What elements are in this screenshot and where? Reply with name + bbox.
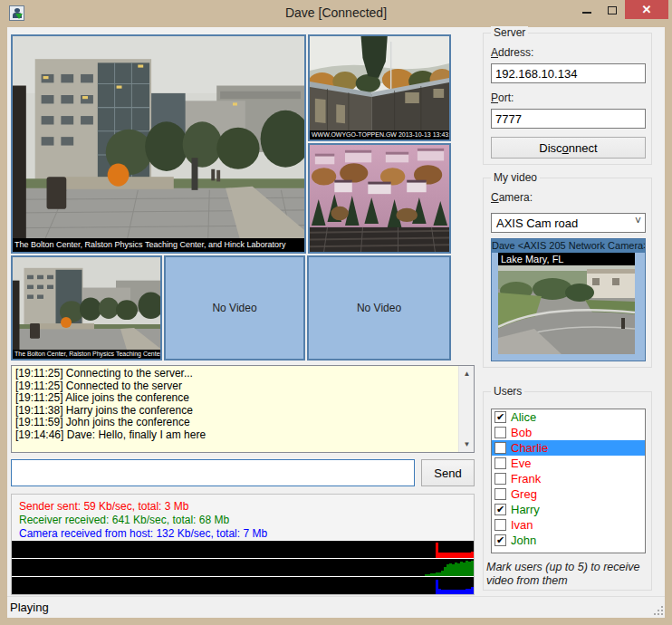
window-title: Dave [Connected]: [0, 5, 672, 20]
tower-video-caption: WWW.OWYGO-TOPPEN.GW 2013-10-13 13:43:16: [310, 130, 449, 139]
disconnect-button[interactable]: Disconnect: [491, 137, 646, 159]
scroll-up-icon[interactable]: ▲: [459, 366, 475, 381]
user-name: Eve: [511, 457, 531, 470]
user-row[interactable]: ✔ Alice: [492, 409, 645, 425]
message-input[interactable]: [11, 459, 415, 486]
user-name: Charlie: [511, 441, 548, 455]
users-list[interactable]: ✔ Alice Bob Charlie: [491, 409, 646, 553]
maximize-button[interactable]: [600, 0, 625, 19]
client-area: The Bolton Center, Ralston Physics Teach…: [7, 27, 665, 596]
user-name: Harry: [511, 503, 540, 516]
user-row[interactable]: ✔ John: [492, 533, 645, 548]
video-grid: The Bolton Center, Ralston Physics Teach…: [11, 34, 451, 361]
app-window: Dave [Connected] ✕: [0, 0, 672, 625]
throughput-graphs: [12, 540, 474, 594]
video-pane-town[interactable]: [308, 143, 451, 254]
chevron-down-icon: ˅: [635, 215, 641, 227]
stat-line: Camera received from host: 132 Kb/sec, t…: [19, 527, 466, 541]
chat-message: [19:11:25] Connecting to the server...: [15, 368, 470, 380]
resize-grip[interactable]: [654, 606, 663, 615]
statistics-panel: Sender sent: 59 Kb/sec, total: 3 MbRecei…: [11, 494, 475, 595]
chat-message: [19:11:38] Harry joins the conference: [15, 405, 470, 418]
no-video-label: No Video: [357, 302, 401, 314]
user-checkbox[interactable]: [494, 488, 506, 500]
user-row[interactable]: Greg: [492, 486, 645, 502]
user-name: Frank: [511, 472, 541, 486]
sender-graph: [12, 541, 474, 558]
status-text: Playing: [10, 601, 49, 614]
users-groupbox: Users ✔ Alice Bob Charlie: [483, 391, 652, 591]
close-icon: ✕: [642, 3, 652, 16]
user-row[interactable]: Bob: [492, 425, 645, 440]
chat-message: [19:11:25] Alice joins the conference: [15, 392, 470, 405]
user-row[interactable]: Charlie: [492, 440, 645, 456]
no-video-label: No Video: [212, 302, 256, 314]
camera-select[interactable]: AXIS Cam road ˅: [491, 213, 646, 233]
users-group-label: Users: [491, 385, 524, 398]
campus-small-video-caption: The Bolton Center, Ralston Physics Teach…: [13, 350, 160, 359]
user-row[interactable]: Frank: [492, 471, 645, 486]
self-video-preview[interactable]: Dave <AXIS 205 Network Camera>: [491, 238, 646, 361]
server-group-label: Server: [491, 26, 528, 39]
video-pane-tower[interactable]: WWW.OWYGO-TOPPEN.GW 2013-10-13 13:43:16: [308, 34, 451, 141]
video-pane-campus-small[interactable]: The Bolton Center, Ralston Physics Teach…: [11, 255, 162, 361]
video-pane-campus-large[interactable]: The Bolton Center, Ralston Physics Teach…: [11, 34, 306, 254]
receiver-graph: [12, 559, 474, 576]
user-name: Alice: [511, 410, 536, 424]
user-checkbox[interactable]: [494, 442, 506, 454]
address-input[interactable]: [491, 63, 646, 83]
chat-log[interactable]: [19:11:25] Connecting to the server...[1…: [11, 365, 475, 453]
user-name: Ivan: [511, 518, 533, 532]
stats-lines: Sender sent: 59 Kb/sec, total: 3 MbRecei…: [12, 495, 474, 539]
address-label: Address:: [491, 46, 533, 59]
stat-line: Sender sent: 59 Kb/sec, total: 3 Mb: [19, 500, 466, 514]
port-label: Port:: [491, 91, 514, 104]
campus-small-video-frame: [13, 257, 160, 359]
port-input[interactable]: [491, 109, 646, 129]
titlebar[interactable]: Dave [Connected] ✕: [0, 0, 672, 27]
scroll-down-icon[interactable]: ▼: [459, 437, 475, 452]
user-name: John: [511, 534, 536, 547]
chat-message: [19:11:59] John joins the conference: [15, 417, 470, 429]
my-video-groupbox: My video Camera: AXIS Cam road ˅ Dave <A…: [483, 178, 652, 368]
user-name: Greg: [511, 487, 537, 501]
user-checkbox[interactable]: [494, 519, 506, 531]
send-button[interactable]: Send: [421, 459, 475, 486]
camera-label: Camera:: [491, 191, 533, 204]
user-checkbox[interactable]: ✔: [494, 534, 506, 546]
user-row[interactable]: Ivan: [492, 517, 645, 533]
campus-video-caption: The Bolton Center, Ralston Physics Teach…: [13, 238, 304, 252]
close-button[interactable]: ✕: [625, 0, 668, 19]
video-pane-empty-2[interactable]: No Video: [307, 255, 451, 361]
chat-message: [19:11:25] Connected to the server: [15, 380, 470, 393]
minimize-icon: [582, 12, 591, 14]
user-checkbox[interactable]: [494, 473, 506, 485]
status-bar: Playing: [7, 596, 665, 618]
user-row[interactable]: ✔ Harry: [492, 502, 645, 517]
lake-mary-video-frame: [498, 265, 635, 354]
stat-line: Receiver received: 641 Kb/sec, total: 68…: [19, 514, 466, 527]
user-checkbox[interactable]: ✔: [494, 411, 506, 423]
user-name: Bob: [511, 426, 532, 439]
user-checkbox[interactable]: ✔: [494, 504, 506, 515]
minimize-button[interactable]: [574, 0, 600, 19]
preview-video: Lake Mary, FL: [498, 253, 635, 354]
campus-video-frame: [13, 36, 304, 252]
user-checkbox[interactable]: [494, 457, 506, 469]
user-checkbox[interactable]: [494, 427, 506, 438]
preview-overlay-text: Lake Mary, FL: [498, 253, 635, 265]
preview-title: Dave <AXIS 205 Network Camera>: [492, 239, 645, 253]
video-pane-empty-1[interactable]: No Video: [164, 255, 305, 361]
chat-message: [19:14:46] Dave: Hello, finally I am her…: [15, 429, 470, 442]
town-video-frame: [310, 145, 449, 252]
camera-graph: [12, 577, 474, 594]
tower-video-frame: [310, 36, 449, 139]
maximize-icon: [608, 6, 617, 14]
user-row[interactable]: Eve: [492, 456, 645, 471]
server-groupbox: Server Address: Port: Disconnect: [483, 33, 652, 165]
my-video-group-label: My video: [491, 171, 540, 184]
chat-scrollbar[interactable]: ▲ ▼: [458, 366, 474, 452]
users-note: Mark users (up to 5) to receive video fr…: [486, 561, 650, 588]
